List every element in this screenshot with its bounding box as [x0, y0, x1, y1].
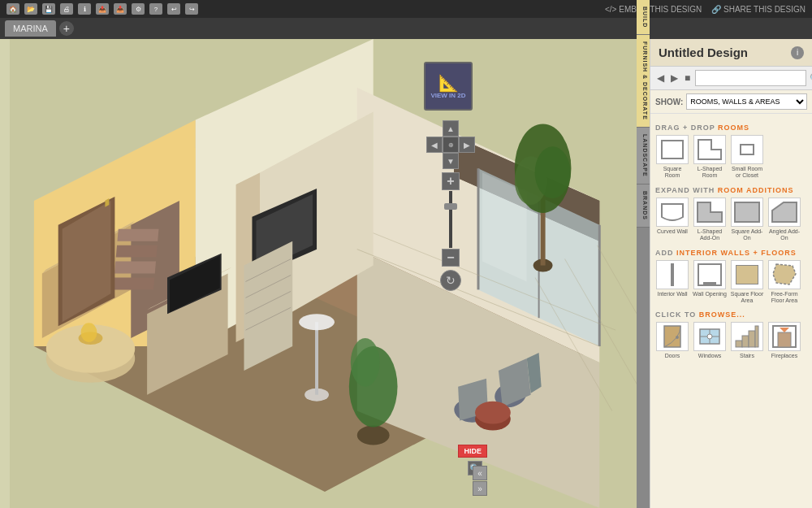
wall-opening-icon — [693, 260, 726, 289]
svg-marker-69 — [698, 140, 721, 159]
l-shaped-addon-label: L-Shaped Add-On — [693, 228, 727, 242]
browse-title: CLICK TO BROWSE... — [655, 310, 807, 319]
small-room-item[interactable]: Small Room or Closet — [730, 135, 764, 180]
zoom-in-button[interactable]: + — [442, 172, 460, 190]
small-room-icon — [731, 135, 763, 164]
panel-content: DRAG + DROP ROOMS Square Room L-Shaped R… — [650, 114, 812, 508]
show-row: SHOW: ROOMS, WALLS & AREAS FURNITURE FIX… — [650, 90, 812, 114]
square-room-item[interactable]: Square Room — [655, 135, 689, 180]
nav-right-button[interactable]: ▶ — [459, 137, 475, 153]
tool-help[interactable]: ? — [149, 3, 162, 15]
curved-wall-icon — [656, 198, 689, 227]
search-stop-button[interactable]: ■ — [683, 72, 692, 84]
square-addon-item[interactable]: Square Add-On — [730, 198, 764, 242]
nav-center-button[interactable]: ⊕ — [443, 137, 459, 153]
collapse-down-button[interactable]: » — [473, 481, 487, 496]
rotate-button[interactable]: ↻ — [440, 270, 461, 291]
search-next-button[interactable]: ▶ — [669, 72, 680, 84]
side-tab-brands[interactable]: BRANDS — [637, 185, 650, 228]
windows-label: Windows — [698, 353, 721, 359]
main-layout: 📐 VIEW IN 2D ▲ ▼ ◀ ▶ ⊕ + − ↻ — [0, 39, 812, 508]
angled-addon-item[interactable]: Angled Add-On — [767, 198, 801, 242]
stairs-label: Stairs — [740, 353, 754, 359]
tab-marina[interactable]: MARINA — [5, 20, 56, 37]
zoom-out-button[interactable]: − — [442, 249, 460, 267]
right-panel: Untitled Design i ◀ ▶ ■ 🔍 SHOW: ROOMS, W… — [650, 39, 812, 508]
hide-button[interactable]: HIDE — [458, 445, 487, 458]
interior-grid: Interior Wall Wall Opening Squa — [655, 260, 807, 305]
svg-rect-71 — [735, 202, 759, 222]
search-prev-button[interactable]: ◀ — [655, 72, 666, 84]
zoom-controls: + − — [426, 172, 475, 267]
wall-opening-item[interactable]: Wall Opening — [693, 260, 727, 305]
svg-point-46 — [475, 402, 511, 424]
nav-up-button[interactable]: ▲ — [443, 120, 459, 137]
freeform-floor-label: Free-Form Floor Area — [767, 291, 801, 305]
tool-save[interactable]: 💾 — [42, 3, 55, 15]
view-2d-button[interactable]: 📐 VIEW IN 2D — [424, 62, 473, 111]
l-shaped-addon-item[interactable]: L-Shaped Add-On — [693, 198, 727, 242]
square-room-label: Square Room — [655, 166, 689, 180]
show-select[interactable]: ROOMS, WALLS & AREAS FURNITURE FIXTURES — [686, 93, 807, 110]
view2d-label: VIEW IN 2D — [430, 93, 465, 100]
room-3d-view — [0, 39, 650, 508]
freeform-floor-item[interactable]: Free-Form Floor Area — [767, 260, 801, 305]
curved-wall-item[interactable]: Curved Wall — [655, 198, 689, 242]
tool-redo[interactable]: ↪ — [185, 3, 198, 15]
square-floor-item[interactable]: Square Floor Area — [730, 260, 764, 305]
search-input[interactable] — [695, 70, 806, 86]
square-floor-icon — [731, 260, 763, 289]
tool-new[interactable]: 🏠 — [6, 3, 19, 15]
tab-add-button[interactable]: + — [59, 21, 74, 36]
embed-link[interactable]: </> EMBED THIS DESIGN — [605, 5, 702, 14]
share-link[interactable]: 🔗 SHARE THIS DESIGN — [711, 5, 806, 14]
svg-rect-83 — [742, 336, 749, 347]
windows-item[interactable]: Windows — [693, 322, 727, 359]
interior-wall-icon — [656, 260, 689, 289]
svg-rect-87 — [778, 332, 791, 347]
topbar-tools: 🏠 📂 💾 🖨 ℹ 📤 📥 ⚙ ? ↩ ↪ — [6, 3, 198, 15]
svg-point-51 — [535, 146, 571, 198]
zoom-handle[interactable] — [444, 203, 457, 210]
square-floor-label: Square Floor Area — [730, 291, 764, 305]
tool-open[interactable]: 📂 — [24, 3, 37, 15]
svg-rect-85 — [755, 326, 758, 347]
fireplaces-label: Fireplaces — [771, 353, 797, 359]
tool-undo[interactable]: ↩ — [167, 3, 180, 15]
side-tab-landscape[interactable]: LANDSCAPE — [637, 128, 650, 185]
tool-print[interactable]: 🖨 — [60, 3, 73, 15]
side-tab-build[interactable]: BUILD — [637, 0, 650, 35]
canvas-area[interactable]: 📐 VIEW IN 2D ▲ ▼ ◀ ▶ ⊕ + − ↻ — [0, 39, 650, 508]
info-button[interactable]: i — [791, 46, 804, 59]
doors-item[interactable]: Doors — [655, 322, 689, 359]
doors-label: Doors — [665, 353, 680, 359]
additions-grid: Curved Wall L-Shaped Add-On — [655, 198, 807, 242]
svg-point-37 — [357, 426, 390, 445]
panel-header: Untitled Design i — [650, 39, 812, 67]
l-shaped-addon-icon — [693, 198, 726, 227]
tool-settings[interactable]: ⚙ — [132, 3, 145, 15]
l-shaped-room-item[interactable]: L-Shaped Room — [693, 135, 727, 180]
drag-drop-title: DRAG + DROP ROOMS — [655, 124, 807, 132]
nav-left-button[interactable]: ◀ — [426, 137, 443, 153]
nav-down-button[interactable]: ▼ — [443, 153, 459, 169]
interior-wall-item[interactable]: Interior Wall — [655, 260, 689, 305]
svg-marker-70 — [698, 202, 722, 222]
collapse-buttons: « » — [473, 466, 487, 496]
freeform-floor-icon — [768, 260, 801, 289]
tool-info[interactable]: ℹ — [78, 3, 91, 15]
browse-grid: Doors Windows — [655, 322, 807, 359]
collapse-up-button[interactable]: « — [473, 466, 487, 480]
side-tab-furnish[interactable]: FURNISH & DECORATE — [637, 35, 650, 128]
tool-import[interactable]: 📥 — [114, 3, 127, 15]
stairs-item[interactable]: Stairs — [730, 322, 764, 359]
expand-title: EXPAND WITH ROOM ADDITIONS — [655, 186, 807, 194]
svg-point-39 — [351, 338, 380, 387]
svg-rect-25 — [114, 262, 156, 274]
l-shaped-room-icon — [693, 135, 726, 164]
interior-title: ADD INTERIOR WALLS + FLOORS — [655, 249, 807, 257]
topbar: 🏠 📂 💾 🖨 ℹ 📤 📥 ⚙ ? ↩ ↪ </> EMBED THIS DES… — [0, 0, 812, 18]
topbar-actions: </> EMBED THIS DESIGN 🔗 SHARE THIS DESIG… — [605, 5, 806, 14]
fireplaces-item[interactable]: Fireplaces — [767, 322, 801, 359]
tool-export[interactable]: 📤 — [96, 3, 109, 15]
